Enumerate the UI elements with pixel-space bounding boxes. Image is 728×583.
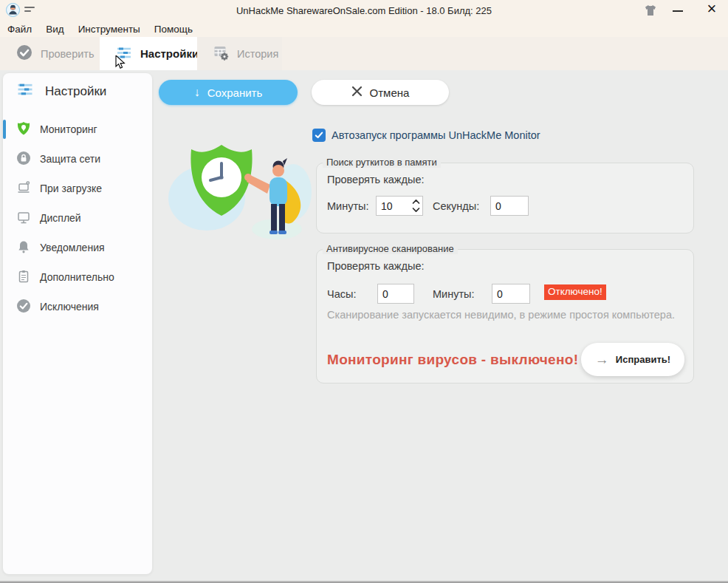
menu-lines-icon[interactable] [24,7,35,14]
laptop-icon [16,180,31,197]
rootkit-group-legend: Поиск руткитов в памяти [323,157,441,168]
sidebar-item-notifications[interactable]: Уведомления [3,233,152,262]
spinner-arrows-icon[interactable] [412,199,420,216]
seconds-label: Секунды: [433,200,479,212]
autostart-label: Автозапуск программы UnHackMe Monitor [332,129,540,141]
menu-help[interactable]: Помощь [154,24,193,35]
sidebar-item-label: Мониторинг [40,123,97,135]
sidebar-item-label: Дополнительно [40,271,114,283]
check-circle-icon [16,299,31,316]
check-every-label: Проверять каждые: [327,174,425,185]
sidebar-header: Настройки [16,82,106,100]
tab-check-label: Проверить [41,48,95,60]
right-arrow-icon: → [595,352,609,368]
seconds-input[interactable] [490,196,529,216]
bell-icon [16,239,31,256]
monitoring-off-warning: Мониторинг вирусов - выключено! [327,352,578,368]
menu-tools[interactable]: Инструменты [78,24,140,35]
antivirus-group-legend: Антивирусное сканирование [323,243,458,254]
hours-input[interactable] [377,284,414,304]
sidebar-title: Настройки [45,84,106,99]
sidebar-item-advanced[interactable]: Дополнительно [3,262,152,292]
antivirus-scan-group: Антивирусное сканирование Проверять кажд… [316,249,694,383]
tshirt-icon[interactable] [644,4,657,19]
disabled-badge: Отключено! [544,284,606,300]
minutes-label: Минуты: [327,200,369,212]
sidebar-item-label: Защита сети [40,153,100,165]
mouse-cursor [115,55,128,73]
lock-circle-icon [16,151,31,168]
hours-label: Часы: [327,288,356,300]
sidebar-item-display[interactable]: Дисплей [3,203,152,233]
monitor-icon [16,210,31,227]
save-button[interactable]: ↓ Сохранить [159,80,298,105]
tab-settings-label: Настройки [140,47,199,60]
sidebar-item-label: Дисплей [40,212,81,224]
menu-file[interactable]: Файл [7,24,32,35]
fix-button[interactable]: → Исправить! [581,343,684,376]
window-title: UnHackMe SharewareOnSale.com Edition - 1… [0,5,728,16]
active-indicator [3,120,6,139]
close-button[interactable]: × [700,0,724,19]
minimize-button[interactable] [668,3,687,18]
sidebar-item-monitoring[interactable]: Мониторинг [3,115,152,144]
tab-strip: Проверить Настройки [0,37,728,70]
minutes-label: Минуты: [433,288,475,300]
sidebar-item-label: Исключения [40,301,99,313]
history-table-gear-icon [213,45,229,63]
sidebar-item-label: При загрузке [40,183,102,194]
sidebar-item-label: Уведомления [40,242,105,253]
shield-clock-illustration [166,139,314,249]
sliders-icon [16,82,34,100]
tab-history[interactable]: История [197,37,282,70]
cancel-x-icon [351,86,363,99]
sidebar-item-at-boot[interactable]: При загрузке [3,174,152,203]
av-minutes-input[interactable] [492,284,530,304]
menu-bar: Файл Вид Инструменты Помощь [0,21,728,37]
menu-view[interactable]: Вид [46,24,63,35]
idle-scan-note: Сканирование запускается невидимо, в реж… [327,309,675,321]
check-every-label: Проверять каждые: [327,260,425,272]
settings-sidebar: Настройки Мониторинг За [3,73,152,574]
tab-history-label: История [237,48,278,60]
sidebar-item-exclusions[interactable]: Исключения [3,292,152,321]
title-bar: UnHackMe SharewareOnSale.com Edition - 1… [0,0,728,21]
tab-check[interactable]: Проверить [0,37,100,70]
rootkit-scan-group: Поиск руткитов в памяти Проверять каждые… [316,163,694,233]
fix-button-label: Исправить! [616,354,670,365]
cancel-button-label: Отмена [370,86,410,99]
save-button-label: Сохранить [207,86,263,99]
shield-pin-icon [16,121,31,138]
autostart-row: Автозапуск программы UnHackMe Monitor [312,129,540,142]
download-arrow-icon: ↓ [194,86,200,99]
app-avatar-icon [6,3,20,20]
sidebar-item-network-protection[interactable]: Защита сети [3,144,152,174]
cancel-button[interactable]: Отмена [312,80,449,105]
clipboard-icon [16,269,31,286]
tab-settings[interactable]: Настройки [100,37,197,70]
autostart-checkbox[interactable] [312,129,326,142]
minutes-spinner [376,196,423,216]
check-circle-icon [16,44,32,63]
